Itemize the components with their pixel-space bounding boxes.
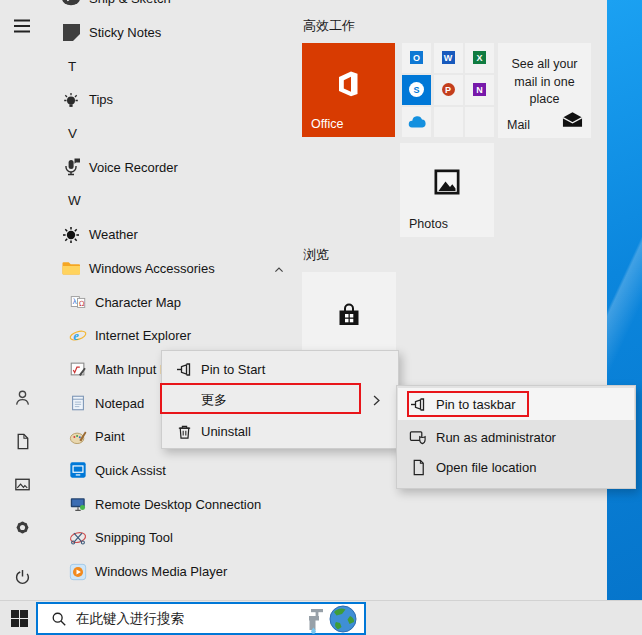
search-input[interactable] <box>76 611 266 626</box>
power-icon <box>13 567 32 586</box>
svg-text:λ: λ <box>73 297 78 306</box>
small-tile-outlook[interactable]: O <box>402 43 431 73</box>
user-icon <box>13 388 32 407</box>
windows-start-screen: Snip & Sketch Sticky Notes T Tips V Voic… <box>0 0 642 635</box>
start-menu-panel: Snip & Sketch Sticky Notes T Tips V Voic… <box>0 0 607 600</box>
app-item-tips[interactable]: Tips <box>48 83 302 117</box>
gear-icon <box>13 518 32 537</box>
document-icon <box>13 432 32 451</box>
app-item-snipping-tool[interactable]: Snipping Tool <box>48 521 302 555</box>
internet-explorer-icon: e <box>69 327 87 345</box>
math-input-panel-icon <box>69 360 87 378</box>
shield-admin-icon <box>409 428 427 446</box>
pin-icon <box>175 361 193 379</box>
menu-item-uninstall[interactable]: Uninstall <box>163 416 397 447</box>
small-tile-empty[interactable] <box>434 107 463 137</box>
mail-promo-text: See all your mail in one place <box>498 43 591 109</box>
mail-envelope-icon <box>562 112 583 131</box>
start-menu-rail <box>0 0 48 600</box>
rail-user-button[interactable] <box>12 387 32 407</box>
chevron-right-icon <box>370 393 383 406</box>
app-item-quick-assist[interactable]: Quick Assist <box>48 454 302 488</box>
app-group-windows-accessories[interactable]: Windows Accessories <box>48 252 302 286</box>
app-item-internet-explorer[interactable]: e Internet Explorer <box>48 319 302 353</box>
search-highlights-image[interactable] <box>306 604 362 635</box>
taskbar-search-box[interactable] <box>36 602 366 635</box>
trash-icon <box>175 423 193 441</box>
character-map-icon: λΩ <box>69 293 87 311</box>
taskbar <box>0 600 642 635</box>
app-item-voice-recorder[interactable]: Voice Recorder <box>48 150 302 184</box>
submenu-item-run-as-administrator[interactable]: Run as administrator <box>398 422 634 452</box>
hamburger-menu-button[interactable] <box>12 16 32 36</box>
app-item-weather[interactable]: Weather <box>48 218 302 252</box>
small-tile-onedrive[interactable] <box>402 107 431 137</box>
paint-icon <box>69 428 87 446</box>
snip-sketch-icon <box>61 0 81 9</box>
tile-office-label: Office <box>311 117 343 131</box>
chevron-up-icon <box>273 262 285 274</box>
tile-group-header-browse[interactable]: 浏览 <box>303 246 329 264</box>
svg-text:Ω: Ω <box>79 299 85 308</box>
folder-icon <box>61 258 81 278</box>
pictures-icon <box>13 475 32 494</box>
store-bag-icon <box>334 300 364 330</box>
photos-icon <box>434 169 460 195</box>
office-logo-icon <box>331 67 365 101</box>
file-location-icon <box>409 458 427 476</box>
section-letter-t[interactable]: T <box>48 49 302 83</box>
section-letter-w[interactable]: W <box>48 184 302 218</box>
tile-photos-label: Photos <box>409 217 448 231</box>
app-item-sticky-notes[interactable]: Sticky Notes <box>48 16 302 50</box>
start-button[interactable] <box>9 608 29 628</box>
small-tile-grid: O W X S P N <box>402 43 494 137</box>
app-item-windows-media-player[interactable]: Windows Media Player <box>48 555 302 589</box>
search-icon <box>51 611 67 627</box>
desktop-background <box>607 0 642 600</box>
remote-desktop-icon <box>69 495 87 513</box>
tile-office[interactable]: Office <box>302 43 395 137</box>
tile-mail-label: Mail <box>507 118 530 132</box>
voice-recorder-icon <box>61 157 81 177</box>
submenu-item-open-file-location[interactable]: Open file location <box>398 452 634 482</box>
app-item-remote-desktop[interactable]: Remote Desktop Connection <box>48 487 302 521</box>
onedrive-cloud-icon <box>407 115 427 130</box>
callout-red-box-pin-to-taskbar <box>407 391 529 417</box>
rail-documents-button[interactable] <box>12 431 32 451</box>
small-tile-excel[interactable]: X <box>465 43 494 73</box>
small-tile-powerpoint[interactable]: P <box>434 75 463 105</box>
rail-power-button[interactable] <box>12 566 32 586</box>
app-item-character-map[interactable]: λΩ Character Map <box>48 285 302 319</box>
section-letter-v[interactable]: V <box>48 117 302 151</box>
app-list: Snip & Sketch Sticky Notes T Tips V Voic… <box>48 0 302 588</box>
windows-media-player-icon <box>69 563 87 581</box>
small-tile-word[interactable]: W <box>434 43 463 73</box>
notepad-icon <box>69 394 87 412</box>
small-tile-empty[interactable] <box>465 107 494 137</box>
snipping-tool-icon <box>69 529 87 547</box>
small-tile-onenote[interactable]: N <box>465 75 494 105</box>
svg-text:e: e <box>73 329 79 343</box>
windows-logo-icon <box>11 610 28 627</box>
sticky-notes-icon <box>61 23 81 43</box>
tile-group-header-productivity[interactable]: 高效工作 <box>303 17 355 35</box>
rail-settings-button[interactable] <box>12 517 32 537</box>
quick-assist-icon <box>69 461 87 479</box>
callout-red-box-more <box>160 383 361 414</box>
app-item-snip-sketch[interactable]: Snip & Sketch <box>48 0 302 16</box>
weather-sun-icon <box>61 225 81 245</box>
hamburger-icon <box>12 16 32 36</box>
tile-photos[interactable]: Photos <box>400 143 494 237</box>
tile-mail[interactable]: See all your mail in one place Mail <box>498 43 591 138</box>
tips-lightbulb-icon <box>61 90 81 110</box>
small-tile-skype[interactable]: S <box>402 75 431 105</box>
rail-pictures-button[interactable] <box>12 474 32 494</box>
menu-item-pin-to-start[interactable]: Pin to Start <box>163 354 397 385</box>
skype-icon: S <box>409 82 424 97</box>
